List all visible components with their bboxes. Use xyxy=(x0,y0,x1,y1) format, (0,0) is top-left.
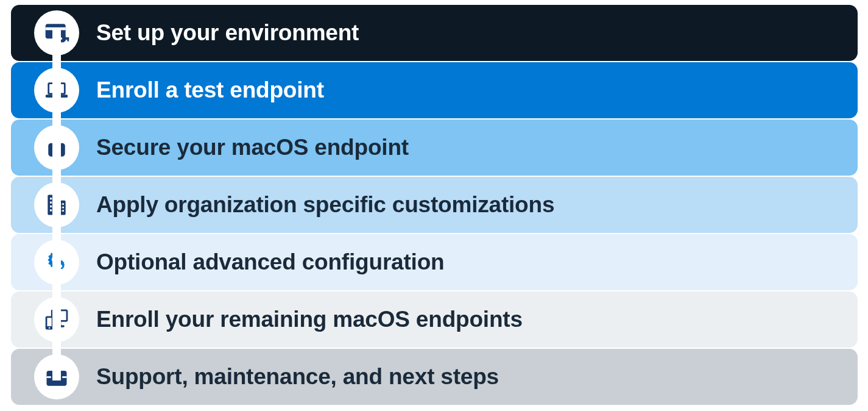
step-label: Optional advanced configuration xyxy=(96,249,444,275)
step-label: Set up your environment xyxy=(96,20,359,46)
svg-rect-12 xyxy=(50,198,52,199)
step-label: Enroll your remaining macOS endpoints xyxy=(96,307,523,332)
step-label: Apply organization specific customizatio… xyxy=(96,192,554,218)
svg-rect-14 xyxy=(50,202,52,204)
svg-point-34 xyxy=(49,327,50,329)
step-setup-environment: Set up your environment xyxy=(11,5,858,61)
svg-rect-16 xyxy=(50,206,52,207)
connector-line xyxy=(52,29,61,381)
steps-diagram: Set up your environment Enroll a test en… xyxy=(11,5,858,405)
svg-rect-21 xyxy=(62,203,64,205)
step-apply-customizations: Apply organization specific customizatio… xyxy=(11,177,858,233)
step-label: Enroll a test endpoint xyxy=(96,77,324,103)
svg-rect-23 xyxy=(62,207,64,209)
svg-rect-33 xyxy=(47,318,51,326)
step-label: Secure your macOS endpoint xyxy=(96,135,409,160)
step-label: Support, maintenance, and next steps xyxy=(96,364,499,390)
step-enroll-remaining-endpoints: Enroll your remaining macOS endpoints xyxy=(11,291,858,348)
svg-rect-18 xyxy=(50,209,52,211)
step-secure-macos-endpoint: Secure your macOS endpoint xyxy=(11,120,858,176)
svg-rect-25 xyxy=(62,210,64,212)
step-support-maintenance: Support, maintenance, and next steps xyxy=(11,349,858,405)
step-enroll-test-endpoint: Enroll a test endpoint xyxy=(11,62,858,118)
svg-rect-4 xyxy=(67,37,69,41)
step-optional-advanced-config: Optional advanced configuration xyxy=(11,234,858,290)
